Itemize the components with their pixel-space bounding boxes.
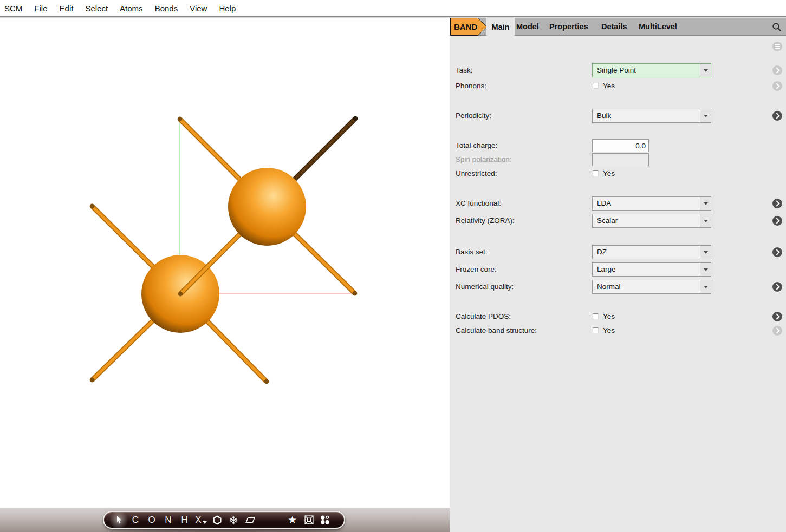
band-input-panel: BAND Main Model Properties Details Multi… — [450, 18, 786, 532]
numerical-quality-detail-button[interactable] — [772, 282, 782, 292]
xc-functional-value: LDA — [593, 197, 700, 210]
total-charge-label: Total charge: — [456, 139, 497, 153]
row-unrestricted: Unrestricted: Yes — [450, 167, 786, 181]
element-carbon-button[interactable]: C — [129, 514, 141, 526]
relativity-dropdown[interactable]: Scalar — [592, 214, 711, 228]
tab-properties[interactable]: Properties — [549, 18, 588, 35]
menu-edit[interactable]: Edit — [60, 4, 74, 13]
phonons-label: Phonons: — [456, 79, 486, 93]
element-x-button[interactable]: X — [194, 514, 207, 526]
basis-set-detail-button[interactable] — [772, 247, 782, 257]
phonons-detail-button — [772, 81, 782, 91]
xc-functional-label: XC functional: — [456, 196, 501, 211]
unrestricted-label: Unrestricted: — [456, 167, 497, 181]
periodicity-dropdown[interactable]: Bulk — [592, 109, 711, 123]
task-dropdown-arrow[interactable] — [700, 64, 711, 77]
menu-bonds[interactable]: Bonds — [155, 4, 178, 13]
search-icon — [771, 22, 782, 32]
tab-main[interactable]: Main — [486, 18, 515, 36]
atom-sphere[interactable] — [228, 168, 306, 246]
panel-menu-button — [772, 42, 782, 51]
task-dropdown[interactable]: Single Point — [592, 63, 711, 77]
row-basis-set: Basis set: DZ — [450, 245, 786, 259]
ring-tool-button[interactable] — [211, 514, 224, 526]
relativity-value: Scalar — [593, 214, 700, 227]
element-hydrogen-button[interactable]: H — [178, 514, 191, 526]
relativity-dropdown-arrow[interactable] — [700, 214, 711, 227]
row-calculate-band-structure: Calculate band structure: Yes — [450, 324, 786, 338]
atom-display-button[interactable] — [319, 514, 332, 526]
menu-scm[interactable]: SCM — [4, 4, 22, 13]
numerical-quality-label: Numerical quality: — [456, 280, 514, 294]
xc-functional-detail-button[interactable] — [772, 199, 782, 208]
element-x-dropdown-caret — [203, 521, 207, 524]
calculate-band-structure-detail-button — [772, 326, 782, 336]
select-tool-button[interactable] — [113, 514, 125, 526]
numerical-quality-dropdown[interactable]: Normal — [592, 280, 711, 294]
periodic-box-icon — [304, 515, 314, 525]
main-tab-content: Task: Single Point Phonons: Yes Periodic… — [450, 36, 786, 532]
band-badge-label: BAND — [454, 22, 477, 31]
calculate-band-structure-checkbox-label: Yes — [603, 324, 615, 338]
menu-view[interactable]: View — [190, 4, 207, 13]
basis-set-dropdown[interactable]: DZ — [592, 245, 711, 259]
periodic-box-button[interactable] — [303, 514, 315, 526]
row-calculate-pdos: Calculate PDOS: Yes — [450, 310, 786, 324]
phonons-checkbox[interactable] — [593, 83, 599, 89]
calculate-pdos-detail-button[interactable] — [772, 312, 782, 321]
menu-help[interactable]: Help — [219, 4, 236, 13]
menu-atoms[interactable]: Atoms — [120, 4, 143, 13]
tab-multilevel[interactable]: MultiLevel — [639, 18, 677, 35]
molecule-viewer[interactable]: C O N H X — [0, 18, 450, 532]
menu-file[interactable]: File — [34, 4, 47, 13]
calculate-pdos-checkbox[interactable] — [593, 313, 599, 319]
basis-set-label: Basis set: — [456, 245, 488, 259]
lattice-plane-button[interactable] — [244, 514, 256, 526]
molecule-canvas[interactable] — [0, 18, 450, 508]
tab-details[interactable]: Details — [601, 18, 627, 35]
menu-select[interactable]: Select — [85, 4, 108, 13]
basis-set-dropdown-arrow[interactable] — [700, 246, 711, 259]
hexagon-ring-icon — [212, 515, 222, 525]
periodicity-dropdown-arrow[interactable] — [700, 109, 711, 122]
freeze-tool-button[interactable] — [228, 514, 240, 526]
periodicity-detail-button[interactable] — [772, 111, 782, 121]
frozen-core-dropdown[interactable]: Large — [592, 262, 711, 277]
element-nitrogen-button[interactable]: N — [162, 514, 174, 526]
element-toolbar: C O N H X — [103, 511, 345, 529]
row-periodicity: Periodicity: Bulk — [450, 109, 786, 123]
xc-functional-dropdown-arrow[interactable] — [700, 197, 711, 210]
periodicity-label: Periodicity: — [456, 109, 491, 123]
xc-functional-dropdown[interactable]: LDA — [592, 196, 711, 211]
frozen-core-dropdown-arrow[interactable] — [700, 263, 711, 276]
row-total-charge: Total charge: — [450, 139, 786, 153]
unrestricted-checkbox[interactable] — [593, 170, 599, 176]
calculate-band-structure-checkbox[interactable] — [593, 327, 599, 333]
search-button[interactable] — [771, 22, 782, 32]
row-phonons: Phonons: Yes — [450, 79, 786, 93]
atom-dots-icon — [320, 515, 330, 525]
periodicity-value: Bulk — [593, 109, 700, 122]
task-label: Task: — [456, 63, 473, 77]
row-xc-functional: XC functional: LDA — [450, 196, 786, 211]
phonons-checkbox-label: Yes — [603, 79, 615, 93]
calculate-pdos-label: Calculate PDOS: — [456, 310, 511, 324]
total-charge-input[interactable] — [592, 139, 649, 152]
tab-main-label: Main — [491, 23, 509, 31]
calculate-band-structure-label: Calculate band structure: — [456, 324, 537, 338]
relativity-detail-button[interactable] — [772, 216, 782, 226]
star-icon: ★ — [288, 515, 297, 525]
favorites-button[interactable]: ★ — [286, 514, 298, 526]
frozen-core-label: Frozen core: — [456, 262, 497, 277]
toolbar-reflection — [106, 528, 342, 532]
frozen-core-value: Large — [593, 263, 700, 276]
parallelogram-icon — [245, 516, 256, 524]
unrestricted-checkbox-label: Yes — [603, 167, 615, 181]
band-badge: BAND — [450, 18, 488, 36]
numerical-quality-dropdown-arrow[interactable] — [700, 280, 711, 293]
element-x-label: X — [195, 515, 201, 526]
element-oxygen-button[interactable]: O — [146, 514, 158, 526]
row-frozen-core: Frozen core: Large — [450, 262, 786, 277]
relativity-label: Relativity (ZORA): — [456, 214, 515, 228]
tab-model[interactable]: Model — [516, 18, 539, 35]
